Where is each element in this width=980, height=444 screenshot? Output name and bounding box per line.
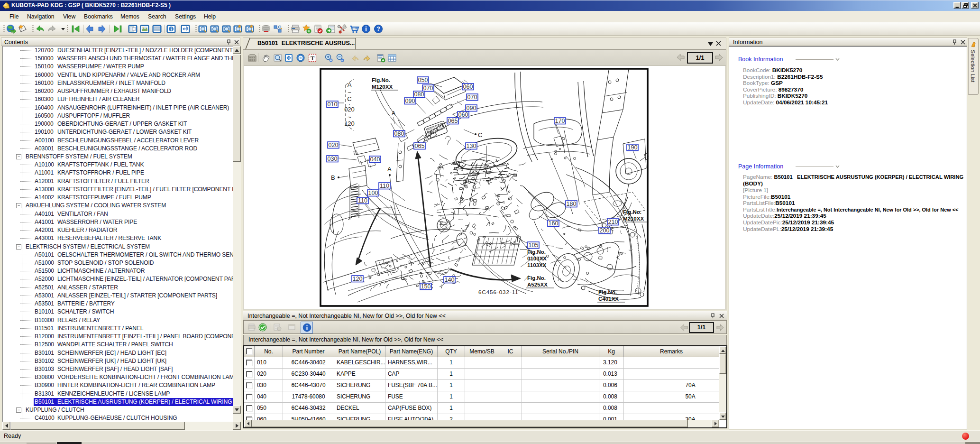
svg-text:060: 060 — [458, 111, 468, 118]
svg-text:090: 090 — [467, 105, 476, 111]
svg-text:~: ~ — [348, 89, 351, 96]
svg-text:1103XX: 1103XX — [527, 262, 547, 268]
svg-text:150: 150 — [421, 283, 431, 290]
svg-text:M210XX: M210XX — [623, 216, 644, 222]
svg-text:120: 120 — [353, 276, 363, 282]
svg-text:110: 110 — [358, 197, 367, 204]
svg-text:110: 110 — [380, 183, 389, 189]
svg-text:065: 065 — [415, 143, 425, 149]
svg-text:020: 020 — [344, 106, 355, 113]
svg-text:105: 105 — [529, 242, 539, 249]
svg-text:Fig.No.: Fig.No. — [527, 249, 546, 255]
svg-text:030: 030 — [328, 156, 338, 162]
svg-text:M120XX: M120XX — [372, 84, 393, 90]
svg-text:020: 020 — [329, 142, 339, 148]
svg-text:Fig.No.: Fig.No. — [598, 289, 617, 295]
svg-text:080: 080 — [414, 91, 424, 98]
svg-text:A: A — [392, 110, 395, 117]
svg-text:040: 040 — [370, 156, 380, 163]
svg-text:C: C — [478, 131, 482, 139]
svg-text:140: 140 — [445, 277, 455, 283]
svg-text:120: 120 — [344, 120, 355, 127]
svg-text:170: 170 — [555, 118, 565, 124]
svg-text:010: 010 — [328, 101, 338, 108]
svg-text:100: 100 — [368, 190, 378, 196]
svg-text:Fig.No.: Fig.No. — [527, 275, 546, 281]
svg-text:0103XX: 0103XX — [527, 256, 547, 261]
svg-text:080: 080 — [394, 130, 404, 137]
svg-text:210: 210 — [608, 219, 618, 225]
svg-text:060: 060 — [463, 83, 473, 90]
svg-text:130: 130 — [467, 143, 476, 149]
svg-text:190: 190 — [628, 144, 638, 151]
svg-text:~: ~ — [348, 113, 351, 120]
svg-text:Fig.No.: Fig.No. — [623, 209, 641, 215]
svg-text:070: 070 — [467, 94, 477, 101]
svg-text:180: 180 — [567, 201, 577, 207]
svg-text:6C456-032-11: 6C456-032-11 — [478, 289, 519, 295]
svg-text:A525XX: A525XX — [527, 282, 548, 287]
svg-text:B: B — [331, 174, 335, 181]
svg-text:160: 160 — [549, 220, 559, 227]
svg-text:Fig.No.: Fig.No. — [372, 77, 390, 83]
svg-text:?: ? — [376, 26, 380, 32]
svg-text:070: 070 — [423, 85, 433, 92]
svg-text:T: T — [311, 55, 315, 62]
svg-text:090: 090 — [405, 98, 415, 104]
svg-text:C401XX: C401XX — [598, 296, 619, 302]
svg-text:050: 050 — [418, 77, 428, 83]
svg-text:065: 065 — [448, 118, 458, 124]
svg-text:A: A — [387, 166, 392, 173]
svg-text:A: A — [348, 81, 352, 88]
svg-text:200: 200 — [600, 227, 610, 234]
